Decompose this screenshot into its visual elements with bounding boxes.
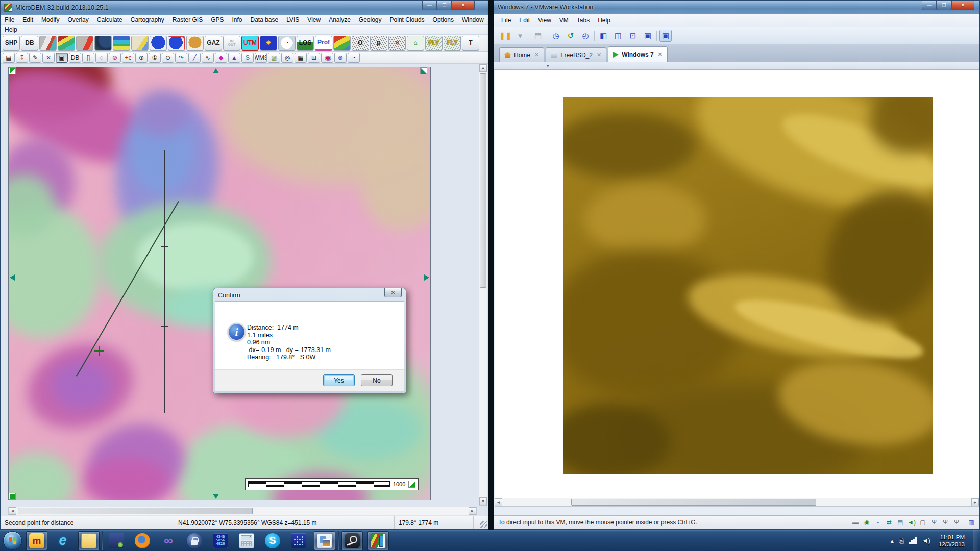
dialog-titlebar[interactable]: Confirm xyxy=(215,290,404,301)
snapshot-manager-button[interactable]: ◴ xyxy=(579,30,592,42)
start-button[interactable] xyxy=(3,531,22,550)
yes-button[interactable]: Yes xyxy=(323,374,355,386)
menu-item[interactable]: File xyxy=(497,16,515,25)
grid-overlay-icon[interactable]: ▦ xyxy=(295,53,307,63)
dialog-close-button[interactable]: ✕ xyxy=(384,288,402,297)
no-button[interactable]: No xyxy=(361,374,393,386)
vm-horizontal-scrollbar[interactable]: ◄ ► xyxy=(495,498,979,507)
network-signal-icon[interactable] xyxy=(909,537,917,544)
map-corner-marker-tr[interactable] xyxy=(420,67,427,74)
line-of-sight-icon[interactable]: LOS xyxy=(297,36,314,51)
measure-distance-icon[interactable]: ╱ xyxy=(188,53,201,63)
minimize-button[interactable]: — xyxy=(422,1,437,10)
horizontal-scroll-thumb[interactable] xyxy=(18,508,253,514)
redraw-icon[interactable]: ↷ xyxy=(175,53,187,63)
mesh-delete-icon[interactable]: ✕ xyxy=(388,36,406,51)
edit-notes-icon[interactable]: ✎ xyxy=(29,53,41,63)
copy-map-icon[interactable]: ⊞ xyxy=(308,53,320,63)
moon-phase-icon[interactable]: ◔ xyxy=(348,53,360,63)
db-grid-icon[interactable]: DB xyxy=(69,53,81,63)
tab-close-icon[interactable]: ✕ xyxy=(658,51,663,58)
menu-item[interactable]: View xyxy=(303,15,325,24)
display-device-icon[interactable]: ▢ xyxy=(919,519,927,526)
floppy-device-icon[interactable]: ▪ xyxy=(874,519,882,526)
microdem-titlebar[interactable]: MicroDEM-32 build 2013.10.25.1 xyxy=(1,1,488,15)
scroll-right-arrow[interactable]: ► xyxy=(971,498,979,506)
usb-device2-icon[interactable]: Ψ xyxy=(941,519,949,526)
taskbar-calculator[interactable] xyxy=(236,531,257,550)
menu-item[interactable]: Calculate xyxy=(93,15,127,24)
tin-icon[interactable]: T xyxy=(462,36,479,51)
usb-device3-icon[interactable]: Ψ xyxy=(952,519,961,526)
tab-close-icon[interactable]: ✕ xyxy=(534,52,539,58)
anaglyph-icon[interactable]: ◉ xyxy=(321,53,333,63)
menu-item[interactable]: LVIS xyxy=(282,15,303,24)
fullscreen-button[interactable]: ⊡ xyxy=(627,30,639,42)
taskbar-explorer[interactable] xyxy=(78,531,100,550)
taskbar-firefox[interactable] xyxy=(132,531,153,550)
show-desktop-button[interactable] xyxy=(973,530,978,551)
mesh-o-icon[interactable]: O xyxy=(352,36,369,51)
map-vertical-scrollbar[interactable]: ▲ ▼ xyxy=(479,64,487,506)
utm-projection-icon[interactable]: UTM xyxy=(241,36,259,51)
take-snapshot-button[interactable]: ◷ xyxy=(550,30,562,42)
taskbar-microdem[interactable] xyxy=(368,531,389,550)
tab-home[interactable]: Home ✕ xyxy=(499,47,544,62)
menu-item[interactable]: Options xyxy=(429,15,458,24)
plot-frame-icon[interactable]: ▣ xyxy=(56,53,68,63)
stream-profile-icon[interactable]: ∿ xyxy=(202,53,214,63)
hdd-device-icon[interactable]: ▬ xyxy=(851,519,860,526)
tab-close-icon[interactable]: ✕ xyxy=(597,52,601,58)
add-coordinate-icon[interactable]: +c xyxy=(122,53,134,63)
menu-item[interactable]: Help xyxy=(594,16,615,25)
resize-grip[interactable] xyxy=(480,521,487,528)
taskbar-keepass[interactable] xyxy=(184,531,205,550)
save-export-icon[interactable]: ↧ xyxy=(16,53,28,63)
subset-area-icon[interactable]: ◌ xyxy=(95,53,108,63)
menu-item[interactable]: Geology xyxy=(355,15,386,24)
strip-chevron-icon[interactable]: ▾ xyxy=(547,63,549,68)
shp-button[interactable]: SHP xyxy=(3,36,20,51)
menu-item[interactable]: Analyze xyxy=(325,15,355,24)
map-corner-marker-br[interactable] xyxy=(408,481,415,488)
menu-item[interactable]: Data base xyxy=(247,15,283,24)
show-hidden-icons-button[interactable]: ▴ xyxy=(891,537,894,544)
menu-item-help[interactable]: Help xyxy=(1,25,21,34)
globe-select-icon[interactable] xyxy=(168,36,185,51)
menu-item[interactable]: GPS xyxy=(207,15,228,24)
console-view-button[interactable]: ▣ xyxy=(659,30,672,42)
vm-3d-terrain-view[interactable] xyxy=(564,97,933,474)
fly-through2-icon[interactable]: FLY xyxy=(444,36,461,51)
taskbar-mirc[interactable]: m xyxy=(26,531,47,550)
polygon-tool-icon[interactable]: ◆ xyxy=(215,53,227,63)
library-panel-button[interactable]: ◧ xyxy=(597,30,609,42)
minimize-button[interactable]: — xyxy=(922,1,937,10)
vector-map-icon[interactable] xyxy=(131,36,149,51)
zoom-out-icon[interactable]: ⊖ xyxy=(162,53,174,63)
maximize-button[interactable]: ❐ xyxy=(437,1,452,10)
vmware-titlebar[interactable]: Windows 7 - VMware Workstation xyxy=(494,1,979,14)
thumbnail-bar-button[interactable]: ◫ xyxy=(612,30,624,42)
map-corner-marker-bl[interactable] xyxy=(9,493,16,500)
taskbar-vmware[interactable] xyxy=(314,531,335,550)
taskbar-skype[interactable]: S xyxy=(262,531,283,550)
revert-snapshot-button[interactable]: ↺ xyxy=(565,30,577,42)
map-pan-down-arrow[interactable] xyxy=(213,494,219,499)
sound-device-icon[interactable]: ◄) xyxy=(908,519,916,526)
volume-icon[interactable]: ◄) xyxy=(922,537,930,544)
menu-item[interactable]: Cartography xyxy=(127,15,168,24)
taskbar-number-display[interactable]: 434D 5856 4920 xyxy=(210,531,231,550)
menu-item[interactable]: File xyxy=(1,15,18,24)
dem-map-icon[interactable] xyxy=(58,36,75,51)
tab-windows7[interactable]: Windows 7 ✕ xyxy=(608,46,668,62)
ctrl-alt-del-button[interactable]: ▤ xyxy=(532,30,544,42)
menu-item[interactable]: Modify xyxy=(37,15,63,24)
scroll-right-arrow[interactable]: ► xyxy=(469,507,476,515)
shapes-tool-icon[interactable]: S xyxy=(241,53,254,63)
import-export-icon[interactable]: IN OUT xyxy=(223,36,240,51)
no-edit-icon[interactable]: ⊘ xyxy=(109,53,121,63)
message-log-icon[interactable]: ▥ xyxy=(967,519,975,526)
target-icon[interactable]: ◎ xyxy=(281,53,293,63)
fly-through-icon[interactable]: FLY xyxy=(425,36,443,51)
menu-item[interactable]: Overlay xyxy=(63,15,92,24)
